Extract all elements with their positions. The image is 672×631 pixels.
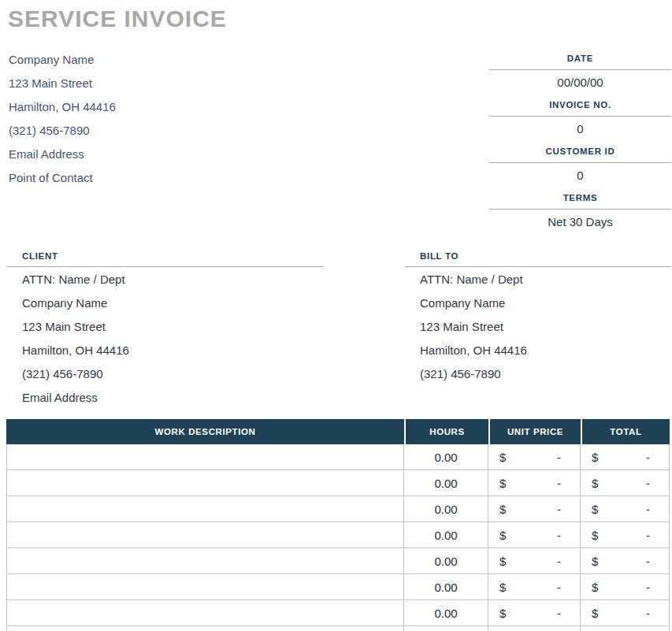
- currency-symbol: $: [499, 451, 506, 464]
- meta-label: TERMS: [489, 187, 671, 210]
- meta-value[interactable]: Net 30 Days: [489, 210, 671, 233]
- unit-price-cell[interactable]: $ -: [488, 522, 581, 548]
- total-cell[interactable]: $ -: [581, 600, 670, 626]
- invoice-page: SERVICE INVOICE Company Name 123 Main St…: [0, 0, 672, 631]
- unit-price-cell[interactable]: $ -: [488, 548, 581, 574]
- currency-symbol: $: [592, 607, 598, 620]
- total-amount: -: [646, 607, 650, 620]
- total-cell[interactable]: [581, 626, 670, 631]
- meta-label: CUSTOMER ID: [489, 140, 671, 163]
- client-info-line[interactable]: 123 Main Street: [6, 314, 324, 338]
- total-amount: -: [646, 529, 650, 542]
- total-cell[interactable]: $ -: [581, 522, 670, 548]
- hours-cell[interactable]: 0.00: [404, 548, 488, 574]
- company-info-line[interactable]: Email Address: [9, 142, 277, 165]
- table-row: 0.00 $ - $ -: [6, 444, 670, 470]
- header-work-description: WORK DESCRIPTION: [6, 419, 404, 444]
- client-section: CLIENT ATTN: Name / Dept Company Name 12…: [6, 246, 324, 409]
- unit-price-amount: -: [557, 477, 561, 490]
- currency-symbol: $: [592, 477, 598, 490]
- unit-price-cell[interactable]: $ -: [488, 574, 581, 600]
- table-header-row: WORK DESCRIPTION HOURS UNIT PRICE TOTAL: [6, 419, 670, 444]
- total-amount: -: [646, 503, 650, 516]
- unit-price-amount: -: [557, 503, 561, 516]
- currency-symbol: $: [592, 555, 598, 568]
- client-info-line[interactable]: (321) 456-7890: [6, 362, 324, 385]
- header-hours: HOURS: [404, 419, 488, 444]
- currency-symbol: $: [592, 581, 598, 594]
- currency-symbol: $: [499, 581, 506, 594]
- company-info-line[interactable]: Company Name: [9, 47, 277, 71]
- currency-symbol: $: [499, 477, 506, 490]
- total-cell[interactable]: $ -: [581, 496, 670, 522]
- meta-label: INVOICE NO.: [489, 94, 671, 117]
- header-total: TOTAL: [581, 419, 670, 444]
- table-row: [6, 626, 670, 631]
- bill-to-section-label: BILL TO: [405, 246, 671, 267]
- total-cell[interactable]: $ -: [581, 444, 670, 470]
- work-description-cell[interactable]: [6, 548, 404, 574]
- company-info-line[interactable]: (321) 456-7890: [9, 118, 277, 142]
- hours-cell[interactable]: 0.00: [404, 522, 488, 548]
- work-description-cell[interactable]: [6, 444, 404, 470]
- hours-cell[interactable]: 0.00: [404, 470, 488, 496]
- unit-price-cell[interactable]: $ -: [488, 600, 581, 626]
- meta-value[interactable]: 0: [489, 117, 671, 140]
- work-description-cell[interactable]: [6, 626, 404, 631]
- bill-to-section: BILL TO ATTN: Name / Dept Company Name 1…: [405, 246, 671, 385]
- company-info-line[interactable]: 123 Main Street: [9, 71, 277, 95]
- company-info: Company Name 123 Main Street Hamilton, O…: [9, 47, 277, 189]
- work-description-cell[interactable]: [6, 574, 404, 600]
- bill-to-info-line[interactable]: (321) 456-7890: [405, 362, 671, 385]
- work-description-cell[interactable]: [6, 522, 404, 548]
- table-row: 0.00 $ - $ -: [6, 574, 670, 600]
- work-description-cell[interactable]: [6, 470, 404, 496]
- currency-symbol: $: [499, 607, 506, 620]
- hours-cell[interactable]: 0.00: [404, 496, 488, 522]
- unit-price-cell[interactable]: [488, 626, 581, 631]
- bill-to-info-line[interactable]: ATTN: Name / Dept: [405, 267, 671, 291]
- total-amount: -: [646, 477, 650, 490]
- hours-cell[interactable]: 0.00: [404, 444, 488, 470]
- total-cell[interactable]: $ -: [581, 470, 670, 496]
- unit-price-amount: -: [557, 451, 561, 464]
- currency-symbol: $: [592, 451, 598, 464]
- currency-symbol: $: [499, 503, 506, 516]
- company-info-line[interactable]: Point of Contact: [9, 165, 277, 189]
- currency-symbol: $: [592, 529, 598, 542]
- unit-price-cell[interactable]: $ -: [488, 496, 581, 522]
- bill-to-info-line[interactable]: Company Name: [405, 291, 671, 314]
- hours-cell[interactable]: 0.00: [404, 600, 488, 626]
- unit-price-amount: -: [557, 529, 561, 542]
- client-info-line[interactable]: Email Address: [6, 385, 324, 409]
- bill-to-info-line[interactable]: 123 Main Street: [405, 314, 671, 338]
- table-row: 0.00 $ - $ -: [6, 522, 670, 548]
- meta-value[interactable]: 00/00/00: [489, 70, 671, 94]
- currency-symbol: $: [592, 503, 598, 516]
- table-row: 0.00 $ - $ -: [6, 470, 670, 496]
- unit-price-cell[interactable]: $ -: [488, 444, 581, 470]
- unit-price-amount: -: [557, 607, 561, 620]
- total-amount: -: [646, 581, 650, 594]
- work-description-cell[interactable]: [6, 496, 404, 522]
- total-cell[interactable]: $ -: [581, 548, 670, 574]
- total-amount: -: [646, 451, 650, 464]
- meta-item: INVOICE NO. 0: [489, 94, 671, 140]
- client-info-line[interactable]: Hamilton, OH 44416: [6, 338, 324, 362]
- table-row: 0.00 $ - $ -: [6, 600, 670, 626]
- client-info-line[interactable]: Company Name: [6, 291, 324, 314]
- client-info-line[interactable]: ATTN: Name / Dept: [6, 267, 324, 291]
- table-row: 0.00 $ - $ -: [6, 496, 670, 522]
- work-description-cell[interactable]: [6, 600, 404, 626]
- bill-to-info-line[interactable]: Hamilton, OH 44416: [405, 338, 671, 362]
- table-body: 0.00 $ - $ - 0.00 $ -: [6, 444, 670, 631]
- company-info-line[interactable]: Hamilton, OH 44416: [9, 95, 277, 118]
- hours-cell[interactable]: 0.00: [404, 574, 488, 600]
- currency-symbol: $: [499, 529, 506, 542]
- table-row: 0.00 $ - $ -: [6, 548, 670, 574]
- meta-item: DATE 00/00/00: [489, 47, 671, 94]
- meta-value[interactable]: 0: [489, 163, 671, 187]
- unit-price-cell[interactable]: $ -: [488, 470, 581, 496]
- hours-cell[interactable]: [404, 626, 488, 631]
- total-cell[interactable]: $ -: [581, 574, 670, 600]
